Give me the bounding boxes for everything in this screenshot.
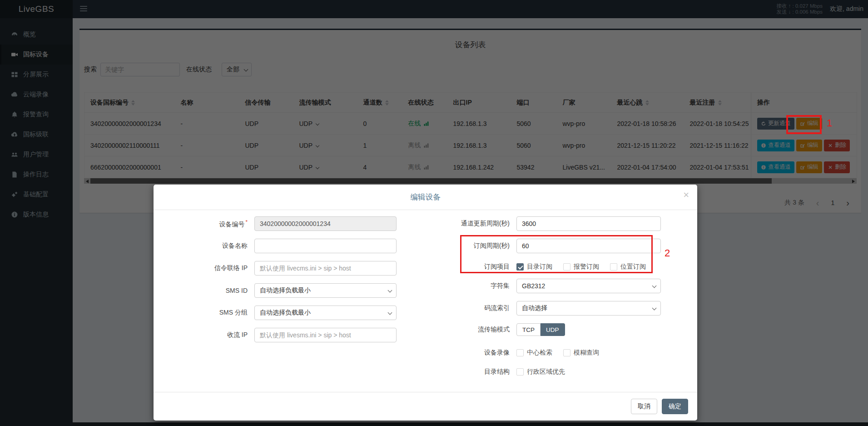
modal-title: 编辑设备 — [411, 192, 441, 202]
modal-left-column: 设备编号*设备名称信令联络 IPSMS ID自动选择负载最小SMS 分组自动选择… — [154, 216, 418, 350]
form-row-left-1: 设备编号* — [154, 216, 418, 231]
annotation-number-2: 2 — [665, 247, 670, 259]
checkbox-行政区域优先[interactable]: 行政区域优先 — [516, 368, 565, 376]
field-label: SMS 分组 — [154, 309, 254, 317]
checkbox-box[interactable] — [516, 368, 524, 376]
field-label: SMS ID — [154, 287, 254, 294]
app-root: LiveGBS 概览国标设备分屏展示云端录像报警查询国标级联用户管理操作日志基础… — [0, 0, 868, 426]
form-row-left-6: 收流 IP — [154, 328, 418, 342]
field-select[interactable]: GB2312 — [516, 279, 661, 293]
checkbox-label: 中心检索 — [527, 349, 552, 357]
field-input[interactable] — [254, 239, 397, 253]
form-row-left-5: SMS 分组自动选择负载最小 — [154, 306, 418, 320]
field-label: 流传输模式 — [418, 326, 516, 334]
modal-header: 编辑设备 × — [154, 185, 697, 210]
field-label: 信令联络 IP — [154, 264, 254, 272]
close-icon[interactable]: × — [683, 190, 689, 200]
form-row-right-1: 通道更新周期(秒) — [418, 216, 693, 231]
select-value: 自动选择负载最小 — [260, 286, 311, 295]
select-value: 自动选择 — [522, 304, 547, 312]
checkbox-模糊查询[interactable]: 模糊查询 — [563, 349, 599, 357]
field-label: 码流索引 — [418, 304, 516, 312]
field-select[interactable]: 自动选择负载最小 — [254, 283, 397, 298]
form-row-right-7: 设备录像中心检索模糊查询 — [418, 346, 693, 359]
form-row-left-2: 设备名称 — [154, 239, 418, 253]
modal-footer: 取消 确定 — [154, 392, 697, 421]
field-select[interactable]: 自动选择 — [516, 301, 661, 316]
field-input[interactable] — [254, 261, 397, 276]
form-row-left-4: SMS ID自动选择负载最小 — [154, 283, 418, 298]
stream-mode-toggle: TCPUDP — [516, 323, 565, 336]
form-row-right-8: 目录结构行政区域优先 — [418, 366, 693, 378]
field-input[interactable] — [254, 216, 397, 231]
field-input[interactable] — [516, 216, 661, 231]
annotation-number-1: 1 — [827, 117, 832, 129]
annotation-box-1 — [786, 115, 822, 134]
checkbox-group: 行政区域优先 — [516, 368, 565, 376]
field-label: 收流 IP — [154, 331, 254, 339]
form-row-right-6: 流传输模式TCPUDP — [418, 323, 693, 336]
annotation-box-2 — [460, 235, 653, 273]
form-row-right-4: 字符集GB2312 — [418, 279, 693, 293]
form-row-left-3: 信令联络 IP — [154, 261, 418, 276]
checkbox-box[interactable] — [563, 349, 570, 356]
field-label: 字符集 — [418, 282, 516, 290]
select-value: 自动选择负载最小 — [260, 309, 311, 317]
checkbox-label: 模糊查询 — [574, 349, 599, 357]
required-asterisk: * — [245, 219, 248, 225]
chevron-down-icon — [388, 311, 392, 315]
field-label: 设备编号* — [154, 219, 254, 229]
field-label: 设备录像 — [418, 349, 516, 357]
chevron-down-icon — [652, 306, 657, 311]
toggle-tcp[interactable]: TCP — [516, 323, 541, 336]
chevron-down-icon — [652, 284, 657, 288]
field-select[interactable]: 自动选择负载最小 — [254, 306, 397, 320]
field-label: 通道更新周期(秒) — [418, 220, 516, 228]
select-value: GB2312 — [522, 282, 545, 290]
chevron-down-icon — [388, 288, 392, 293]
cancel-button[interactable]: 取消 — [631, 399, 657, 414]
field-label: 目录结构 — [418, 368, 516, 376]
toggle-udp[interactable]: UDP — [541, 323, 565, 336]
checkbox-中心检索[interactable]: 中心检索 — [516, 349, 552, 357]
edit-device-modal: 编辑设备 × 设备编号*设备名称信令联络 IPSMS ID自动选择负载最小SMS… — [154, 185, 697, 421]
checkbox-label: 行政区域优先 — [527, 368, 565, 376]
checkbox-group: 中心检索模糊查询 — [516, 349, 599, 357]
field-label: 设备名称 — [154, 242, 254, 250]
confirm-button[interactable]: 确定 — [662, 399, 688, 414]
form-row-right-5: 码流索引自动选择 — [418, 301, 693, 316]
checkbox-box[interactable] — [516, 349, 524, 356]
field-input[interactable] — [254, 328, 397, 342]
